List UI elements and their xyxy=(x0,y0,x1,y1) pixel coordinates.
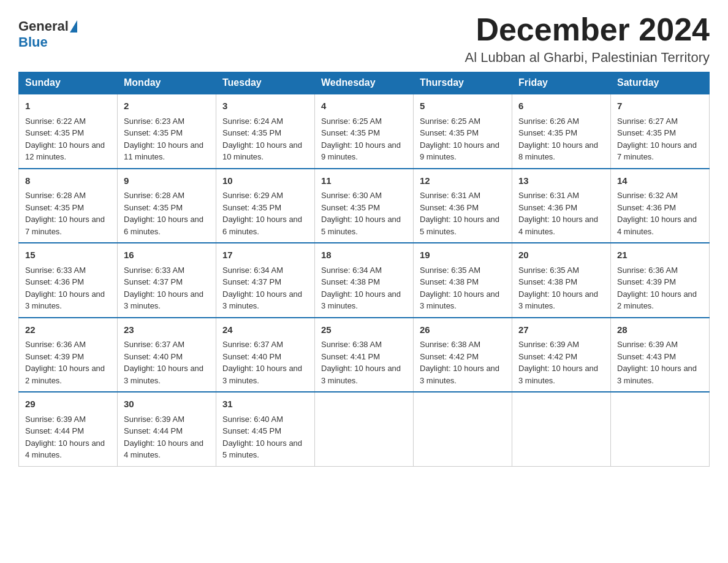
day-header-monday: Monday xyxy=(118,72,216,94)
calendar-week-row: 22Sunrise: 6:36 AMSunset: 4:39 PMDayligh… xyxy=(19,318,710,393)
sunset-text: Sunset: 4:35 PM xyxy=(25,203,84,212)
daylight-text: Daylight: 10 hours and 3 minutes. xyxy=(222,289,302,311)
daylight-text: Daylight: 10 hours and 2 minutes. xyxy=(617,289,697,311)
logo-general-text: General xyxy=(18,18,69,34)
sunset-text: Sunset: 4:35 PM xyxy=(420,128,479,137)
daylight-text: Daylight: 10 hours and 10 minutes. xyxy=(222,140,302,162)
sunrise-text: Sunrise: 6:26 AM xyxy=(518,117,579,126)
daylight-text: Daylight: 10 hours and 11 minutes. xyxy=(124,140,203,162)
daylight-text: Daylight: 10 hours and 4 minutes. xyxy=(124,439,203,460)
daylight-text: Daylight: 10 hours and 6 minutes. xyxy=(124,215,203,236)
sunrise-text: Sunrise: 6:40 AM xyxy=(222,415,283,424)
day-number: 25 xyxy=(321,323,407,337)
calendar-cell: 28Sunrise: 6:39 AMSunset: 4:43 PMDayligh… xyxy=(611,318,710,393)
sunset-text: Sunset: 4:38 PM xyxy=(420,277,479,286)
sunset-text: Sunset: 4:35 PM xyxy=(222,128,281,137)
day-number: 24 xyxy=(222,323,308,337)
day-number: 13 xyxy=(518,174,604,188)
daylight-text: Daylight: 10 hours and 4 minutes. xyxy=(518,215,598,236)
day-number: 2 xyxy=(124,99,210,113)
daylight-text: Daylight: 10 hours and 3 minutes. xyxy=(25,289,105,311)
daylight-text: Daylight: 10 hours and 6 minutes. xyxy=(222,215,302,236)
calendar-cell: 1Sunrise: 6:22 AMSunset: 4:35 PMDaylight… xyxy=(19,94,118,169)
day-number: 18 xyxy=(321,248,407,262)
calendar-cell: 25Sunrise: 6:38 AMSunset: 4:41 PMDayligh… xyxy=(315,318,414,393)
calendar-cell: 30Sunrise: 6:39 AMSunset: 4:44 PMDayligh… xyxy=(118,392,216,466)
sunset-text: Sunset: 4:35 PM xyxy=(321,128,380,137)
sunset-text: Sunset: 4:35 PM xyxy=(124,203,183,212)
calendar-cell: 6Sunrise: 6:26 AMSunset: 4:35 PMDaylight… xyxy=(512,94,611,169)
calendar-cell: 21Sunrise: 6:36 AMSunset: 4:39 PMDayligh… xyxy=(611,243,710,318)
sunrise-text: Sunrise: 6:38 AM xyxy=(321,340,382,349)
calendar-cell: 31Sunrise: 6:40 AMSunset: 4:45 PMDayligh… xyxy=(216,392,315,466)
sunrise-text: Sunrise: 6:32 AM xyxy=(617,191,678,200)
calendar-cell: 3Sunrise: 6:24 AMSunset: 4:35 PMDaylight… xyxy=(216,94,315,169)
calendar-cell: 17Sunrise: 6:34 AMSunset: 4:37 PMDayligh… xyxy=(216,243,315,318)
day-number: 23 xyxy=(124,323,210,337)
sunrise-text: Sunrise: 6:39 AM xyxy=(124,415,184,424)
sunset-text: Sunset: 4:36 PM xyxy=(518,203,577,212)
title-area: December 2024 Al Lubban al Gharbi, Pales… xyxy=(465,12,710,66)
day-header-friday: Friday xyxy=(512,72,611,94)
calendar-cell: 12Sunrise: 6:31 AMSunset: 4:36 PMDayligh… xyxy=(414,169,512,243)
daylight-text: Daylight: 10 hours and 5 minutes. xyxy=(420,215,499,236)
sunset-text: Sunset: 4:45 PM xyxy=(222,426,281,435)
calendar-cell: 27Sunrise: 6:39 AMSunset: 4:42 PMDayligh… xyxy=(512,318,611,393)
day-number: 14 xyxy=(617,174,703,188)
daylight-text: Daylight: 10 hours and 8 minutes. xyxy=(518,140,598,162)
calendar-cell: 8Sunrise: 6:28 AMSunset: 4:35 PMDaylight… xyxy=(19,169,118,243)
daylight-text: Daylight: 10 hours and 5 minutes. xyxy=(222,439,302,460)
calendar-cell: 29Sunrise: 6:39 AMSunset: 4:44 PMDayligh… xyxy=(19,392,118,466)
sunrise-text: Sunrise: 6:23 AM xyxy=(124,117,184,126)
day-number: 17 xyxy=(222,248,308,262)
sunrise-text: Sunrise: 6:27 AM xyxy=(617,117,678,126)
header: General Blue December 2024 Al Lubban al … xyxy=(18,12,710,66)
calendar-week-row: 15Sunrise: 6:33 AMSunset: 4:36 PMDayligh… xyxy=(19,243,710,318)
calendar-header-row: SundayMondayTuesdayWednesdayThursdayFrid… xyxy=(19,72,710,94)
sunrise-text: Sunrise: 6:28 AM xyxy=(25,191,86,200)
sunrise-text: Sunrise: 6:34 AM xyxy=(222,266,283,275)
location-subtitle: Al Lubban al Gharbi, Palestinian Territo… xyxy=(465,50,710,66)
day-number: 27 xyxy=(518,323,604,337)
sunrise-text: Sunrise: 6:30 AM xyxy=(321,191,382,200)
daylight-text: Daylight: 10 hours and 3 minutes. xyxy=(518,364,598,385)
day-number: 15 xyxy=(25,248,111,262)
day-number: 10 xyxy=(222,174,308,188)
day-number: 4 xyxy=(321,99,407,113)
day-number: 19 xyxy=(420,248,506,262)
day-number: 6 xyxy=(518,99,604,113)
daylight-text: Daylight: 10 hours and 2 minutes. xyxy=(25,364,105,385)
calendar-cell: 13Sunrise: 6:31 AMSunset: 4:36 PMDayligh… xyxy=(512,169,611,243)
sunset-text: Sunset: 4:37 PM xyxy=(124,277,183,286)
calendar-cell: 22Sunrise: 6:36 AMSunset: 4:39 PMDayligh… xyxy=(19,318,118,393)
day-number: 16 xyxy=(124,248,210,262)
sunrise-text: Sunrise: 6:35 AM xyxy=(518,266,579,275)
day-number: 1 xyxy=(25,99,111,113)
sunrise-text: Sunrise: 6:25 AM xyxy=(420,117,480,126)
calendar-cell: 16Sunrise: 6:33 AMSunset: 4:37 PMDayligh… xyxy=(118,243,216,318)
day-number: 7 xyxy=(617,99,703,113)
calendar-cell: 7Sunrise: 6:27 AMSunset: 4:35 PMDaylight… xyxy=(611,94,710,169)
daylight-text: Daylight: 10 hours and 12 minutes. xyxy=(25,140,105,162)
calendar-cell: 20Sunrise: 6:35 AMSunset: 4:38 PMDayligh… xyxy=(512,243,611,318)
sunset-text: Sunset: 4:37 PM xyxy=(222,277,281,286)
sunrise-text: Sunrise: 6:39 AM xyxy=(518,340,579,349)
day-number: 8 xyxy=(25,174,111,188)
calendar-cell xyxy=(611,392,710,466)
daylight-text: Daylight: 10 hours and 4 minutes. xyxy=(25,439,105,460)
sunset-text: Sunset: 4:38 PM xyxy=(321,277,380,286)
sunrise-text: Sunrise: 6:25 AM xyxy=(321,117,382,126)
sunset-text: Sunset: 4:43 PM xyxy=(617,352,676,361)
calendar-cell: 23Sunrise: 6:37 AMSunset: 4:40 PMDayligh… xyxy=(118,318,216,393)
sunset-text: Sunset: 4:36 PM xyxy=(25,277,84,286)
sunset-text: Sunset: 4:35 PM xyxy=(518,128,577,137)
sunset-text: Sunset: 4:39 PM xyxy=(617,277,676,286)
logo-blue-text: Blue xyxy=(18,34,77,50)
daylight-text: Daylight: 10 hours and 9 minutes. xyxy=(420,140,499,162)
calendar-cell: 19Sunrise: 6:35 AMSunset: 4:38 PMDayligh… xyxy=(414,243,512,318)
sunset-text: Sunset: 4:35 PM xyxy=(321,203,380,212)
day-number: 9 xyxy=(124,174,210,188)
sunrise-text: Sunrise: 6:22 AM xyxy=(25,117,86,126)
day-number: 20 xyxy=(518,248,604,262)
calendar-cell: 14Sunrise: 6:32 AMSunset: 4:36 PMDayligh… xyxy=(611,169,710,243)
